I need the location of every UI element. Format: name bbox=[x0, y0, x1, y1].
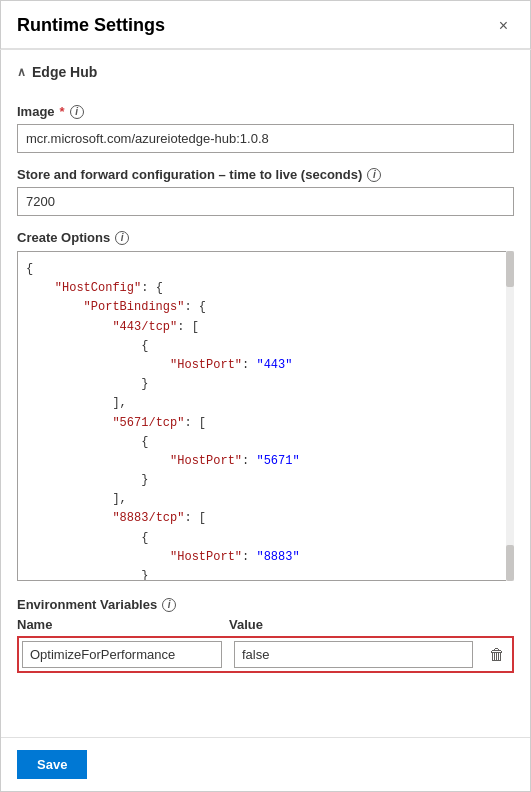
env-variables-section: Environment Variables i Name Value 🗑 bbox=[17, 597, 514, 673]
json-editor[interactable]: { "HostConfig": { "PortBindings": { "443… bbox=[17, 251, 514, 581]
required-indicator: * bbox=[60, 104, 65, 119]
delete-icon: 🗑 bbox=[489, 646, 505, 664]
chevron-icon: ∧ bbox=[17, 65, 26, 79]
env-table-header: Name Value bbox=[17, 617, 514, 632]
col-name-header: Name bbox=[17, 617, 217, 632]
image-input[interactable] bbox=[17, 124, 514, 153]
env-value-input[interactable] bbox=[234, 641, 473, 668]
col-value-header: Value bbox=[229, 617, 514, 632]
scrollbar-thumb-bottom[interactable] bbox=[506, 545, 514, 581]
scrollbar-track bbox=[506, 251, 514, 581]
panel-footer: Save bbox=[1, 737, 530, 791]
image-label: Image * i bbox=[17, 104, 514, 119]
panel-header: Runtime Settings × bbox=[1, 1, 530, 49]
edge-hub-section-header[interactable]: ∧ Edge Hub bbox=[17, 50, 514, 90]
image-field: Image * i bbox=[17, 104, 514, 153]
create-options-field: Create Options i { "HostConfig": { "Port… bbox=[17, 230, 514, 581]
store-forward-input[interactable] bbox=[17, 187, 514, 216]
create-options-info-icon[interactable]: i bbox=[115, 231, 129, 245]
image-info-icon[interactable]: i bbox=[70, 105, 84, 119]
panel-title: Runtime Settings bbox=[17, 15, 165, 36]
edge-hub-label: Edge Hub bbox=[32, 64, 97, 80]
runtime-settings-panel: Runtime Settings × ∧ Edge Hub Image * i … bbox=[0, 0, 531, 792]
env-variables-info-icon[interactable]: i bbox=[162, 598, 176, 612]
save-button[interactable]: Save bbox=[17, 750, 87, 779]
create-options-label: Create Options i bbox=[17, 230, 514, 245]
env-row: 🗑 bbox=[17, 636, 514, 673]
delete-env-row-button[interactable]: 🗑 bbox=[485, 642, 509, 668]
store-forward-label: Store and forward configuration – time t… bbox=[17, 167, 514, 182]
scrollbar-thumb-top[interactable] bbox=[506, 251, 514, 287]
close-button[interactable]: × bbox=[493, 16, 514, 36]
store-forward-field: Store and forward configuration – time t… bbox=[17, 167, 514, 216]
panel-body: ∧ Edge Hub Image * i Store and forward c… bbox=[1, 50, 530, 737]
env-name-input[interactable] bbox=[22, 641, 222, 668]
env-variables-label: Environment Variables i bbox=[17, 597, 514, 612]
json-editor-container: { "HostConfig": { "PortBindings": { "443… bbox=[17, 251, 514, 581]
store-forward-info-icon[interactable]: i bbox=[367, 168, 381, 182]
